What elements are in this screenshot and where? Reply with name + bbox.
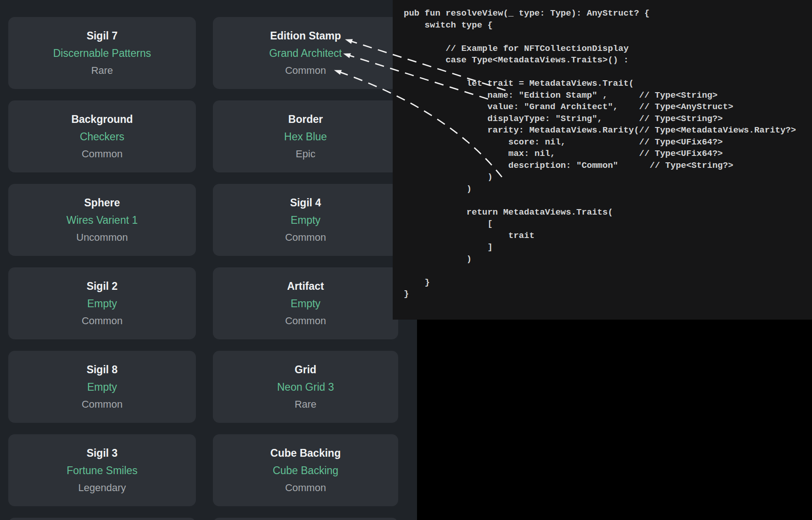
trait-card-edition-stamp: Edition StampGrand ArchitectCommon [213,17,398,89]
trait-name: Sigil 2 [87,280,118,293]
trait-rarity: Common [82,315,122,327]
trait-value: Empty [87,381,117,393]
trait-name: Grid [295,363,316,376]
trait-rarity: Common [285,64,326,77]
trait-value: Fortune Smiles [67,464,138,477]
trait-value: Cube Backing [273,464,338,477]
trait-name: Sigil 7 [87,29,118,42]
trait-value: Hex Blue [284,130,327,143]
trait-rarity: Common [285,315,326,327]
trait-value: Empty [87,297,117,310]
trait-card-grid: GridNeon Grid 3Rare [213,351,398,423]
trait-name: Sigil 3 [87,447,118,459]
trait-card-sigil-4: Sigil 4EmptyCommon [213,184,398,256]
trait-card-sigil-8: Sigil 8EmptyCommon [8,351,196,423]
trait-name: Sphere [84,196,120,209]
trait-rarity: Uncommon [76,231,128,244]
trait-card-sigil-2: Sigil 2EmptyCommon [8,267,196,339]
trait-value: Checkers [80,130,124,143]
trait-card-sphere: SphereWires Varient 1Uncommon [8,184,196,256]
trait-rarity: Epic [296,148,316,160]
trait-name: Sigil 8 [87,363,118,376]
trait-value: Empty [290,297,320,310]
trait-card-artifact: ArtifactEmptyCommon [213,267,398,339]
trait-card-background: BackgroundCheckersCommon [8,100,196,172]
trait-rarity: Common [82,148,122,160]
trait-name: Edition Stamp [270,29,341,42]
trait-card-border: BorderHex BlueEpic [213,100,398,172]
trait-value: Grand Architect [269,47,342,60]
trait-card-cube-backing: Cube BackingCube BackingCommon [213,434,398,506]
trait-rarity: Rare [295,398,317,411]
trait-name: Border [288,113,323,126]
code-block: pub fun resolveView(_ type: Type): AnySt… [393,0,812,300]
trait-rarity: Rare [91,64,113,77]
trait-rarity: Common [285,481,326,494]
trait-name: Background [71,113,133,126]
trait-value: Neon Grid 3 [277,381,334,393]
trait-rarity: Common [82,398,122,411]
trait-value: Wires Varient 1 [67,214,138,227]
trait-rarity: Common [285,231,326,244]
trait-name: Sigil 4 [290,196,321,209]
traits-page: Sigil 7Discernable PatternsRareEdition S… [0,0,417,520]
trait-card-sigil-3: Sigil 3Fortune SmilesLegendary [8,434,196,506]
trait-value: Discernable Patterns [53,47,151,60]
trait-rarity: Legendary [78,481,126,494]
trait-name: Artifact [287,280,324,293]
trait-card-sigil-7: Sigil 7Discernable PatternsRare [8,17,196,89]
trait-card-partial [8,518,196,520]
trait-name: Cube Backing [270,447,340,459]
trait-card-partial [213,518,398,520]
traits-grid: Sigil 7Discernable PatternsRareEdition S… [8,17,398,520]
code-panel[interactable]: pub fun resolveView(_ type: Type): AnySt… [393,0,812,320]
trait-value: Empty [290,214,320,227]
